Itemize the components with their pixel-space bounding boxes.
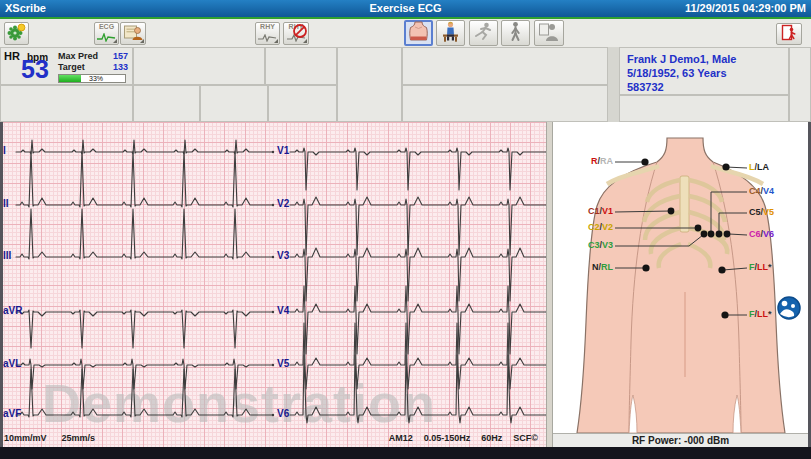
sitting-person-icon <box>439 21 462 46</box>
electrode-label-C6-V6: C6/V6 <box>749 229 774 239</box>
info-cell-empty <box>133 47 265 85</box>
ecg-trace-II <box>16 151 273 207</box>
dropdown-corner-icon <box>113 39 117 43</box>
phase-resting-button[interactable] <box>436 20 465 46</box>
progress-fill <box>59 75 81 82</box>
ecg-scf: SCF© <box>513 433 538 443</box>
ecg-12lead-button[interactable]: ECG <box>94 22 119 45</box>
patient-care-icon <box>778 297 800 319</box>
lead-label-V5: V5 <box>277 358 289 369</box>
info-cell-empty <box>0 85 133 122</box>
progress-percent: 33% <box>89 75 103 83</box>
electrode-label-C2-V2: C2/V2 <box>555 222 613 232</box>
toolbar: ECG RHY RHY <box>0 19 811 48</box>
electrode-placement-panel: R/RAC1/V1C2/V2C3/V3N/RLL/LAC4/V4C5/V5C6/… <box>553 122 808 433</box>
patient-name: Frank J Demo1, Male <box>627 52 788 66</box>
info-band: HR bpm 53 Max Pred 157 Target 133 33% Fr… <box>0 47 811 122</box>
torso-illustration <box>553 122 808 433</box>
window-edge-left <box>0 122 3 447</box>
max-pred-label: Max Pred <box>58 51 98 61</box>
ecg-traces <box>0 122 546 447</box>
info-cell-empty <box>402 47 608 85</box>
gear-sun-icon <box>7 23 26 44</box>
ecg-speed: 25mm/s <box>62 433 96 443</box>
torso-icon <box>407 21 430 45</box>
hr-panel: HR bpm 53 Max Pred 157 Target 133 33% <box>0 47 133 85</box>
patient-dob: 5/18/1952, 63 Years <box>627 66 788 80</box>
lead-label-V2: V2 <box>277 198 289 209</box>
electrode-label-N-RL: N/RL <box>555 262 613 272</box>
ecg-trace-V2 <box>290 197 546 255</box>
ecg-notch: 60Hz <box>481 433 502 443</box>
dropdown-corner-icon <box>303 39 307 43</box>
electrode-label-F-LL: F/LL* <box>749 262 772 272</box>
ecg-trace-aVR <box>16 310 273 348</box>
lead-label-V3: V3 <box>277 250 289 261</box>
info-cell-empty <box>268 85 337 122</box>
clinician-report-icon <box>537 21 561 45</box>
print-report-button[interactable] <box>120 22 146 45</box>
phase-recovery-button[interactable] <box>501 20 530 46</box>
ecg-device: AM12 <box>389 433 413 443</box>
info-cell-empty <box>789 47 811 122</box>
lead-label-aVF: aVF <box>3 408 21 419</box>
info-cell-empty <box>133 85 200 122</box>
ecg-bandwidth: 0.05-150Hz <box>424 433 471 443</box>
exit-button[interactable] <box>776 23 802 45</box>
ecg-trace-V1 <box>290 148 546 190</box>
lead-label-aVL: aVL <box>3 358 21 369</box>
patient-id: 583732 <box>627 80 788 94</box>
xscribe-window: XScribe Exercise ECG 11/29/2015 04:29:00… <box>0 0 811 459</box>
info-cell-empty <box>200 85 268 122</box>
rhythm-print-button[interactable]: RHY <box>255 22 280 45</box>
rf-power-status: RF Power: -000 dBm <box>553 433 808 447</box>
datetime-display: 11/29/2015 04:29:00 PM <box>685 2 806 14</box>
lead-label-aVR: aVR <box>3 305 22 316</box>
rhythm-stop-button[interactable]: RHY <box>283 22 309 45</box>
info-cell-empty <box>265 47 337 85</box>
hr-label: HR <box>4 50 20 62</box>
panel-divider <box>546 122 553 447</box>
window-edge-bottom <box>0 447 811 459</box>
ecg-gain: 10mm/mV <box>4 433 47 443</box>
lead-label-V6: V6 <box>277 408 289 419</box>
info-cell-empty <box>619 95 789 122</box>
max-pred-value: 157 <box>113 51 128 61</box>
walking-person-icon <box>504 21 527 46</box>
rf-power-text: RF Power: -000 dBm <box>632 435 729 446</box>
phase-hookup-button[interactable] <box>404 20 433 46</box>
ecg-waveform-area: Demonstration IIIIIIaVRaVLaVFV1V2V3V4V5V… <box>0 122 546 447</box>
electrode-label-C5-V5: C5/V5 <box>749 207 774 217</box>
info-cell-empty <box>402 85 608 122</box>
info-cell-empty <box>337 47 402 122</box>
ecg-button-label: ECG <box>99 23 114 30</box>
ecg-scale-info: 10mm/mV 25mm/s <box>4 433 95 443</box>
ecg-trace-aVF <box>16 369 273 417</box>
hr-value: 53 <box>21 55 49 84</box>
settings-button[interactable] <box>4 22 29 45</box>
dropdown-corner-icon <box>274 39 278 43</box>
electrode-label-C3-V3: C3/V3 <box>555 240 613 250</box>
electrode-label-C4-V4: C4/V4 <box>749 186 774 196</box>
title-bar: XScribe Exercise ECG 11/29/2015 04:29:00… <box>0 0 811 19</box>
runner-icon <box>472 21 495 46</box>
phase-review-button[interactable] <box>534 20 564 46</box>
lead-label-V1: V1 <box>277 145 289 156</box>
dropdown-corner-icon <box>140 39 144 43</box>
patient-panel: Frank J Demo1, Male 5/18/1952, 63 Years … <box>619 47 789 95</box>
lead-label-I: I <box>3 145 6 156</box>
lead-label-V4: V4 <box>277 305 289 316</box>
lead-label-II: II <box>3 198 9 209</box>
electrode-label-C1-V1: C1/V1 <box>555 206 613 216</box>
ecg-filter-info: AM12 0.05-150Hz 60Hz SCF© <box>389 433 538 443</box>
electrode-label-L-LA: L/LA <box>749 162 769 172</box>
target-progress-bar: 33% <box>58 74 126 83</box>
exit-door-icon <box>780 24 798 44</box>
electrode-label-R-RA: R/RA <box>555 156 613 166</box>
rhythm-print-label: RHY <box>260 23 275 30</box>
lead-label-III: III <box>3 250 11 261</box>
phase-exercise-button[interactable] <box>469 20 498 46</box>
target-value: 133 <box>113 62 128 72</box>
electrode-label-F-LL-2: F/LL* <box>749 309 772 319</box>
ecg-trace-III <box>16 209 273 259</box>
